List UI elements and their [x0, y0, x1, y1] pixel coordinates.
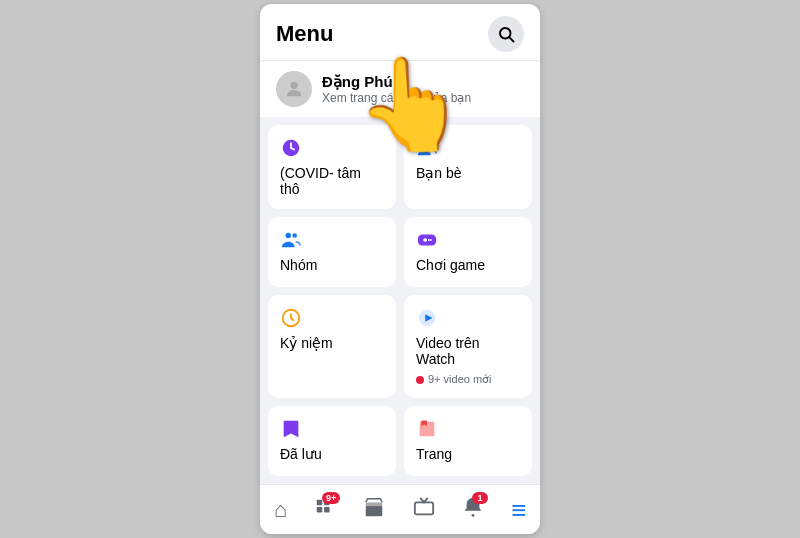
- svg-rect-31: [366, 506, 383, 516]
- profile-name: Đặng Phú: [322, 73, 471, 91]
- svg-point-33: [472, 513, 475, 516]
- watch-icon: [416, 307, 520, 329]
- svg-rect-32: [415, 502, 433, 514]
- bell-badge: 1: [472, 492, 488, 504]
- memories-icon: [280, 307, 384, 329]
- svg-point-2: [290, 82, 297, 89]
- page-title: Menu: [276, 21, 333, 47]
- profile-subtitle: Xem trang cá nhân của bạn: [322, 91, 471, 105]
- friends-icon: [416, 137, 520, 159]
- svg-point-7: [292, 233, 297, 238]
- nav-bell[interactable]: 1: [454, 492, 492, 528]
- svg-point-5: [428, 141, 433, 146]
- watch-label: Video trên Watch: [416, 335, 520, 367]
- svg-point-9: [430, 239, 432, 241]
- grid-container: (COVID- tâm thôBạn bèNhómChơi gameKỷ niệ…: [260, 125, 540, 484]
- home-icon: ⌂: [274, 497, 287, 523]
- nav-store[interactable]: [355, 492, 393, 528]
- nav-tv[interactable]: [405, 492, 443, 528]
- nav-home[interactable]: ⌂: [266, 493, 295, 527]
- menu-item-groups[interactable]: Nhóm: [268, 217, 396, 287]
- menu-item-pages[interactable]: Trang: [404, 406, 532, 476]
- svg-point-10: [428, 239, 430, 241]
- pages-icon: [416, 418, 520, 440]
- phone-container: 👆 Menu Đặng Phú Xem trang cá nhân của bạ…: [260, 4, 540, 534]
- search-button[interactable]: [488, 16, 524, 52]
- svg-rect-30: [324, 507, 330, 513]
- covid-label: (COVID- tâm thô: [280, 165, 384, 197]
- menu-item-covid[interactable]: (COVID- tâm thô: [268, 125, 396, 209]
- tv-icon: [413, 496, 435, 524]
- nav-notifications-icon[interactable]: 9+: [306, 492, 344, 527]
- pages-label: Trang: [416, 446, 520, 462]
- menu-grid: (COVID- tâm thôBạn bèNhómChơi gameKỷ niệ…: [268, 125, 532, 484]
- games-icon: [416, 229, 520, 251]
- menu-item-friends[interactable]: Bạn bè: [404, 125, 532, 209]
- menu-item-watch[interactable]: Video trên Watch9+ video mới: [404, 295, 532, 398]
- svg-point-6: [286, 233, 292, 239]
- menu-item-saved[interactable]: Đã lưu: [268, 406, 396, 476]
- badge-dot: [416, 376, 424, 384]
- watch-sublabel: 9+ video mới: [416, 373, 520, 386]
- svg-rect-28: [317, 507, 323, 513]
- groups-label: Nhóm: [280, 257, 384, 273]
- header: Menu: [260, 4, 540, 61]
- menu-icon: ≡: [511, 497, 526, 523]
- svg-point-4: [422, 141, 428, 147]
- groups-icon: [280, 229, 384, 251]
- memories-label: Kỷ niệm: [280, 335, 384, 351]
- svg-line-1: [509, 37, 513, 41]
- profile-section[interactable]: Đặng Phú Xem trang cá nhân của bạn: [260, 61, 540, 117]
- menu-item-games[interactable]: Chơi game: [404, 217, 532, 287]
- saved-icon: [280, 418, 384, 440]
- covid-icon: [280, 137, 384, 159]
- games-label: Chơi game: [416, 257, 520, 273]
- notifications-badge: 9+: [322, 492, 340, 504]
- menu-item-memories[interactable]: Kỷ niệm: [268, 295, 396, 398]
- nav-menu[interactable]: ≡: [503, 493, 534, 527]
- profile-text: Đặng Phú Xem trang cá nhân của bạn: [322, 73, 471, 105]
- friends-label: Bạn bè: [416, 165, 520, 181]
- saved-label: Đã lưu: [280, 446, 384, 462]
- bottom-nav: ⌂ 9+: [260, 484, 540, 534]
- store-icon: [363, 496, 385, 524]
- avatar: [276, 71, 312, 107]
